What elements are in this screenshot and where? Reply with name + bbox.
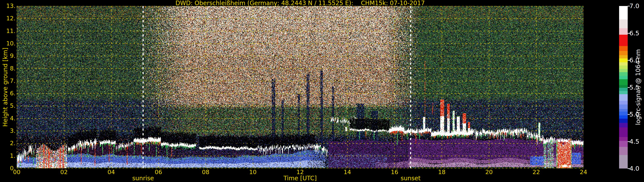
x-axis-label: Time [UTC]	[268, 175, 332, 182]
y-axis-label: Height above ground [km]	[2, 48, 9, 127]
colorbar-tick-label: 4.5	[630, 138, 644, 145]
y-tick-label: 12.	[0, 15, 16, 22]
x-tick-label: 22	[526, 169, 546, 175]
y-tick-label: 2.	[0, 140, 16, 146]
colorbar-tick-label: 6.5	[630, 30, 644, 37]
colorbar	[619, 6, 628, 169]
heatmap-canvas	[17, 6, 584, 168]
colorbar-label: log(rc-signal) @ 1064 nm	[634, 49, 642, 125]
colorbar-tick-label: 7.0	[630, 2, 644, 9]
y-tick-label: 11.	[0, 28, 16, 34]
ceilometer-quicklook-figure: DWD: Oberschleißheim (Germany; 48.2443 N…	[0, 0, 644, 182]
sunrise-label: sunrise	[120, 175, 167, 182]
sunset-label: sunset	[387, 175, 434, 182]
x-tick-label: 10	[243, 169, 262, 175]
x-tick-label: 12	[290, 169, 310, 175]
y-tick-label: 10.	[0, 40, 16, 47]
y-tick-label: 1.	[0, 153, 16, 159]
x-tick-label: 02	[54, 169, 74, 175]
y-tick-label: 3.	[0, 128, 16, 134]
x-tick-label: 14	[338, 169, 357, 175]
x-tick-label: 04	[102, 169, 121, 175]
x-tick-label: 00	[7, 169, 26, 175]
page-title: DWD: Oberschleißheim (Germany; 48.2443 N…	[17, 0, 584, 6]
x-tick-label: 06	[149, 169, 168, 175]
x-tick-label: 16	[385, 169, 404, 175]
y-tick-label: 13.	[0, 3, 16, 9]
x-tick-label: 18	[432, 169, 452, 175]
x-tick-label: 20	[479, 169, 499, 175]
x-tick-label: 24	[574, 169, 593, 175]
colorbar-tick-label: 4.0	[630, 165, 644, 172]
x-tick-label: 08	[196, 169, 215, 175]
